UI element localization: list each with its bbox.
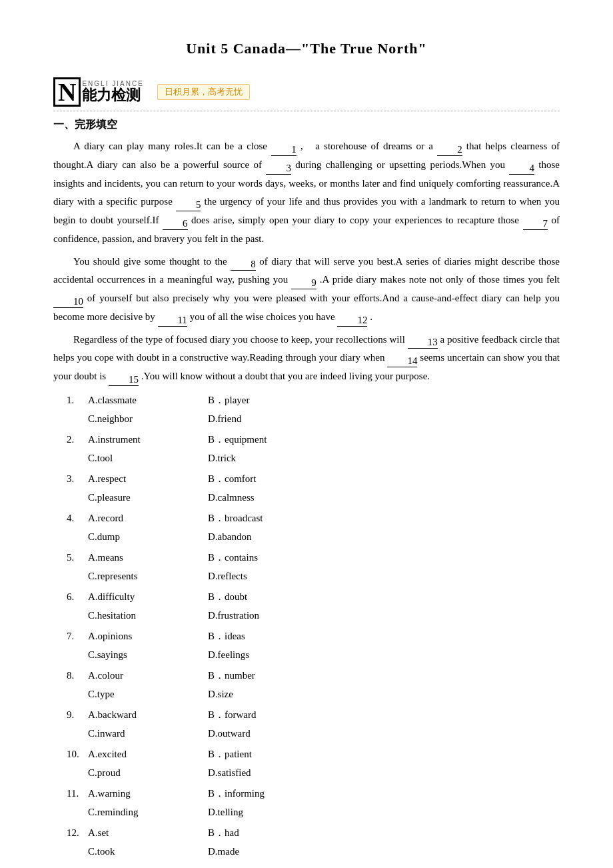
option-num-8: 8. bbox=[67, 667, 88, 685]
option-10-c: C.proud bbox=[88, 764, 208, 782]
blank-4: 4 bbox=[509, 162, 534, 175]
option-item-2: 2. A.instrument B．equipment C.tool D.tri… bbox=[67, 431, 560, 467]
option-8-a: A.colour bbox=[88, 667, 208, 685]
option-9-d: D.outward bbox=[208, 725, 328, 743]
option-10-a: A.excited bbox=[88, 745, 208, 763]
blank-5: 5 bbox=[176, 199, 201, 211]
option-11-c: C.reminding bbox=[88, 803, 208, 821]
option-2-d: D.trick bbox=[208, 449, 328, 467]
banner-text-block: ENGLI JIANCE 能力检测 bbox=[82, 80, 143, 103]
option-num-6: 6. bbox=[67, 588, 88, 606]
blank-12: 12 bbox=[337, 314, 367, 327]
option-5-b: B．contains bbox=[208, 549, 328, 567]
blank-9: 9 bbox=[291, 277, 316, 289]
blank-7: 7 bbox=[523, 217, 548, 230]
option-7-b: B．ideas bbox=[208, 627, 328, 645]
option-num-2: 2. bbox=[67, 431, 88, 449]
option-num-3: 3. bbox=[67, 470, 88, 488]
option-num-5: 5. bbox=[67, 549, 88, 567]
option-num-7: 7. bbox=[67, 627, 88, 645]
option-item-5: 5. A.means B．contains C.represents D.ref… bbox=[67, 549, 560, 585]
blank-11: 11 bbox=[158, 314, 187, 327]
option-8-b: B．number bbox=[208, 667, 328, 685]
option-3-c: C.pleasure bbox=[88, 489, 208, 507]
option-1-b: B．player bbox=[208, 391, 328, 409]
option-11-d: D.telling bbox=[208, 803, 328, 821]
option-9-c: C.inward bbox=[88, 725, 208, 743]
option-7-c: C.sayings bbox=[88, 646, 208, 664]
option-1-d: D.friend bbox=[208, 410, 328, 428]
option-12-c: C.took bbox=[88, 843, 208, 861]
option-item-6: 6. A.difficulty B．doubt C.hesitation D.f… bbox=[67, 588, 560, 625]
option-12-d: D.made bbox=[208, 843, 328, 861]
option-item-12: 12. A.set B．had C.took D.made bbox=[67, 824, 560, 861]
options-list: 1. A.classmate B．player C.neighbor D.fri… bbox=[67, 391, 560, 868]
option-12-a: A.set bbox=[88, 824, 208, 842]
option-6-c: C.hesitation bbox=[88, 607, 208, 625]
option-1-a: A.classmate bbox=[88, 391, 208, 409]
option-6-b: B．doubt bbox=[208, 588, 328, 606]
option-item-1: 1. A.classmate B．player C.neighbor D.fri… bbox=[67, 391, 560, 428]
option-2-b: B．equipment bbox=[208, 431, 328, 449]
option-12-b: B．had bbox=[208, 824, 328, 842]
banner-chinese: 能力检测 bbox=[82, 87, 143, 103]
option-3-d: D.calmness bbox=[208, 489, 328, 507]
option-item-9: 9. A.backward B．forward C.inward D.outwa… bbox=[67, 706, 560, 743]
option-10-d: D.satisfied bbox=[208, 764, 328, 782]
blank-1: 1 bbox=[271, 143, 297, 156]
banner: N ENGLI JIANCE 能力检测 日积月累，高考无忧 bbox=[53, 77, 560, 111]
option-num-11: 11. bbox=[67, 785, 88, 803]
option-10-b: B．patient bbox=[208, 745, 328, 763]
banner-n-letter: N bbox=[53, 77, 81, 107]
paragraph-2: You should give some thought to the 8 of… bbox=[53, 253, 560, 327]
option-11-b: B．informing bbox=[208, 785, 328, 803]
option-4-c: C.dump bbox=[88, 528, 208, 546]
option-5-a: A.means bbox=[88, 549, 208, 567]
option-7-a: A.opinions bbox=[88, 627, 208, 645]
option-item-3: 3. A.respect B．comfort C.pleasure D.calm… bbox=[67, 470, 560, 507]
option-13-b: B．published bbox=[208, 863, 328, 868]
section1-title: 一、完形填空 bbox=[53, 118, 560, 132]
option-5-c: C.represents bbox=[88, 567, 208, 585]
option-9-b: B．forward bbox=[208, 706, 328, 724]
blank-3: 3 bbox=[266, 162, 291, 175]
blank-15: 15 bbox=[109, 373, 139, 386]
option-5-d: D.reflects bbox=[208, 567, 328, 585]
blank-13: 13 bbox=[408, 336, 438, 349]
option-4-d: D.abandon bbox=[208, 528, 328, 546]
page-title: Unit 5 Canada—"The True North" bbox=[53, 40, 560, 57]
option-item-8: 8. A.colour B．number C.type D.size bbox=[67, 667, 560, 703]
option-item-4: 4. A.record B．broadcast C.dump D.abandon bbox=[67, 509, 560, 546]
blank-14: 14 bbox=[387, 355, 417, 367]
blank-2: 2 bbox=[437, 143, 462, 156]
option-num-12: 12. bbox=[67, 824, 88, 842]
option-item-7: 7. A.opinions B．ideas C.sayings D.feelin… bbox=[67, 627, 560, 664]
option-3-a: A.respect bbox=[88, 470, 208, 488]
banner-logo: N ENGLI JIANCE 能力检测 bbox=[53, 77, 144, 107]
option-item-11: 11. A.warning B．informing C.reminding D.… bbox=[67, 785, 560, 821]
option-7-d: D.feelings bbox=[208, 646, 328, 664]
paragraph-3: Regardless of the type of focused diary … bbox=[53, 331, 560, 386]
option-1-c: C.neighbor bbox=[88, 410, 208, 428]
option-8-c: C.type bbox=[88, 685, 208, 703]
option-3-b: B．comfort bbox=[208, 470, 328, 488]
option-num-4: 4. bbox=[67, 509, 88, 527]
option-num-9: 9. bbox=[67, 706, 88, 724]
option-8-d: D.size bbox=[208, 685, 328, 703]
option-9-a: A.backward bbox=[88, 706, 208, 724]
paragraph-1: A diary can play many roles.It can be a … bbox=[53, 137, 560, 249]
option-6-a: A.difficulty bbox=[88, 588, 208, 606]
blank-10: 10 bbox=[53, 295, 83, 308]
option-6-d: D.frustration bbox=[208, 607, 328, 625]
option-2-a: A.instrument bbox=[88, 431, 208, 449]
option-num-10: 10. bbox=[67, 745, 88, 763]
banner-subtitle: 日积月累，高考无忧 bbox=[157, 84, 250, 100]
option-item-10: 10. A.excited B．patient C.proud D.satisf… bbox=[67, 745, 560, 782]
option-11-a: A.warning bbox=[88, 785, 208, 803]
option-num-13: 13. bbox=[67, 863, 88, 868]
option-item-13: 13. A.create B．published C.discovered D.… bbox=[67, 863, 560, 868]
option-4-a: A.record bbox=[88, 509, 208, 527]
option-num-1: 1. bbox=[67, 391, 88, 409]
option-13-a: A.create bbox=[88, 863, 208, 868]
blank-6: 6 bbox=[163, 217, 188, 230]
